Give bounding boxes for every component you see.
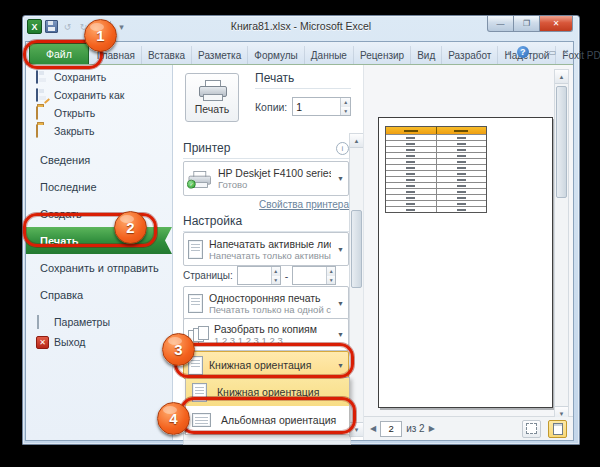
sidebar-item-recent[interactable]: Последние: [26, 173, 172, 200]
pages-to-stepper[interactable]: ▲▼: [292, 266, 336, 285]
spinner-down-icon[interactable]: ▼: [272, 276, 280, 285]
chevron-down-icon: ▼: [337, 175, 344, 182]
options-icon: [36, 316, 48, 328]
pages-from-input[interactable]: [238, 267, 271, 284]
scroll-up-icon[interactable]: ▲: [555, 70, 568, 84]
scrollbar-thumb[interactable]: [351, 210, 362, 288]
annotation-circle-orientation-dropdown: [174, 343, 354, 378]
scrollbar-thumb[interactable]: [556, 86, 567, 198]
show-margins-button[interactable]: [522, 420, 541, 438]
duplex-dropdown[interactable]: Односторонняя печать Печатать только на …: [183, 286, 349, 320]
tab-insert[interactable]: Вставка: [142, 46, 192, 64]
save-icon[interactable]: [45, 20, 58, 33]
preview-table-header: [386, 127, 486, 134]
scrollbar-track[interactable]: [350, 148, 363, 422]
spinner-up-icon[interactable]: ▲: [327, 267, 335, 276]
preview-table-row: [386, 200, 486, 206]
tab-developer[interactable]: Разработ: [442, 46, 498, 64]
preview-table-row: [386, 158, 486, 164]
tab-review[interactable]: Рецензир: [354, 46, 411, 64]
settings-scrollbar[interactable]: ▲ ▼: [349, 133, 364, 437]
tab-page-layout[interactable]: Разметка: [192, 46, 248, 64]
sidebar-item-info[interactable]: Сведения: [26, 146, 172, 173]
sidebar-item-save-as[interactable]: Сохранить как: [26, 86, 172, 104]
preview-table-cell: [386, 153, 437, 158]
preview-table-cell: [437, 159, 487, 164]
sidebar-item-exit[interactable]: ✕ Выход: [26, 332, 172, 352]
previous-page-icon[interactable]: ◀: [370, 424, 376, 433]
annotation-balloon-2: 2: [114, 211, 147, 244]
sidebar-item-close[interactable]: Закрыть: [26, 122, 172, 140]
zoom-page-icon: [553, 423, 563, 435]
sidebar-item-label: Сохранить: [54, 71, 106, 83]
copies-spin-buttons[interactable]: ▲ ▼: [340, 98, 350, 115]
close-button[interactable]: ✕: [540, 16, 573, 32]
sidebar-item-options[interactable]: Параметры: [26, 312, 172, 332]
preview-scrollbar[interactable]: ▲ ▼: [554, 69, 569, 421]
spinner-up-icon[interactable]: ▲: [341, 98, 350, 107]
preview-footer: ◀ из 2 ▶: [364, 417, 573, 440]
sidebar-item-save-send[interactable]: Сохранить и отправить: [26, 254, 172, 281]
undo-icon[interactable]: ↺: [61, 20, 74, 33]
doc-minimize-icon[interactable]: —: [535, 48, 543, 57]
tab-row-icons: ▴ ? — ▭ ✕: [507, 46, 569, 58]
next-page-icon[interactable]: ▶: [429, 424, 435, 433]
pages-from-stepper[interactable]: ▲▼: [237, 266, 281, 285]
minimize-button[interactable]: —: [487, 16, 514, 32]
sidebar-item-open[interactable]: Открыть: [26, 104, 172, 122]
ribbon-collapse-icon[interactable]: ▴: [507, 48, 511, 57]
excel-app-icon[interactable]: X: [27, 19, 42, 34]
copies-stepper[interactable]: ▲ ▼: [292, 97, 351, 116]
preview-table-cell: [437, 147, 487, 152]
copies-label: Копии:: [255, 101, 287, 113]
tab-formulas[interactable]: Формулы: [248, 46, 305, 64]
scroll-up-icon[interactable]: ▲: [350, 134, 363, 148]
preview-table-cell: [437, 153, 487, 158]
printer-dropdown[interactable]: ✓ HP Deskjet F4100 series Готово ▼: [183, 161, 349, 196]
qat-customize-icon[interactable]: ▾: [115, 20, 128, 33]
spinner-down-icon[interactable]: ▼: [341, 107, 350, 116]
printer-ready-icon: ✓: [187, 179, 196, 188]
preview-table-cell: [437, 141, 487, 146]
spinner-up-icon[interactable]: ▲: [272, 267, 280, 276]
sidebar-item-save[interactable]: Сохранить: [26, 68, 172, 86]
window-controls: — ❐ ✕: [487, 16, 573, 32]
doc-restore-icon[interactable]: ▭: [549, 48, 557, 57]
preview-table-cell: [386, 195, 437, 200]
preview-table-cell: [437, 177, 487, 182]
tab-data[interactable]: Данные: [305, 46, 354, 64]
info-icon[interactable]: i: [336, 142, 349, 155]
current-page-input[interactable]: [380, 421, 402, 437]
page-count-label: из 2: [406, 423, 425, 434]
printer-properties-link[interactable]: Свойства принтера: [259, 199, 349, 210]
pages-to-input[interactable]: [293, 267, 326, 284]
preview-table-row: [386, 206, 486, 212]
scrollbar-track[interactable]: [555, 84, 568, 406]
preview-table-cell: [386, 147, 437, 152]
zoom-to-page-button[interactable]: [548, 420, 567, 438]
preview-table-row: [386, 194, 486, 200]
preview-table-body: [386, 134, 486, 212]
print-what-dropdown[interactable]: Напечатать активные листы Напечатать тол…: [183, 232, 349, 266]
sheet-icon: [188, 240, 203, 259]
restore-button[interactable]: ❐: [514, 16, 540, 32]
print-preview-pane: ▲ ▼ ◀ из 2 ▶: [363, 65, 573, 440]
help-icon[interactable]: ?: [517, 46, 529, 58]
printer-name: HP Deskjet F4100 series: [218, 167, 331, 179]
chevron-down-icon: ▼: [337, 246, 344, 253]
print-button[interactable]: Печать: [185, 73, 239, 122]
spinner-down-icon[interactable]: ▼: [327, 276, 335, 285]
duplex-sub: Печатать только на одной с...: [209, 304, 331, 315]
preview-table-cell: [386, 135, 437, 140]
sidebar-item-label: Справка: [40, 289, 83, 301]
window-title: Книга81.xlsx - Microsoft Excel: [143, 20, 459, 32]
copies-input[interactable]: [293, 98, 340, 115]
doc-close-icon[interactable]: ✕: [562, 48, 569, 57]
preview-table-cell: [437, 207, 487, 212]
chevron-down-icon: ▼: [337, 331, 344, 338]
preview-table-row: [386, 134, 486, 140]
sidebar-item-help[interactable]: Справка: [26, 281, 172, 308]
tab-view[interactable]: Вид: [411, 46, 442, 64]
preview-table-cell: [386, 201, 437, 206]
preview-table-cell: [386, 171, 437, 176]
